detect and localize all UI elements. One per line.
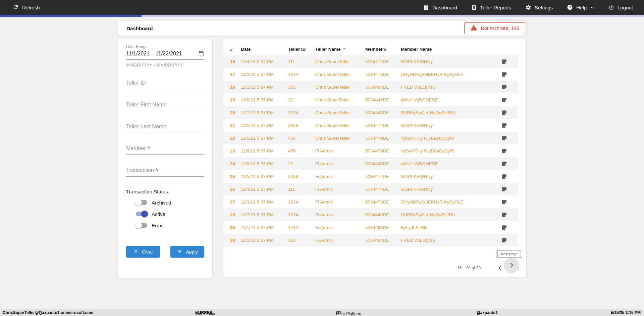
column-header-member-name[interactable]: Member Name bbox=[401, 47, 499, 52]
next-page-button[interactable]: Next page bbox=[496, 250, 522, 258]
close-icon bbox=[133, 249, 139, 255]
table-row[interactable]: 18 11/2/21 5:37 PM 333 Chris SuperTeller… bbox=[223, 81, 518, 93]
table-row[interactable]: 24 11/8/21 5:37 PM 22 Fi Admin 5034446DE… bbox=[223, 157, 518, 170]
column-header-num[interactable]: # bbox=[230, 47, 241, 52]
page-header-card: Dashboard Not Archived: 146 bbox=[118, 21, 526, 36]
refresh-icon bbox=[13, 4, 19, 11]
active-toggle-label: Active bbox=[152, 211, 165, 217]
top-nav-items: Dashboard Teller Reports Settings Help bbox=[423, 4, 633, 10]
filter-icon bbox=[177, 249, 182, 255]
active-toggle[interactable] bbox=[136, 212, 147, 216]
column-header-teller-name[interactable]: Teller Name bbox=[315, 47, 365, 52]
date-range-input[interactable] bbox=[126, 51, 198, 57]
note-icon[interactable] bbox=[501, 212, 507, 218]
sort-ascending-icon bbox=[342, 47, 346, 52]
table-row[interactable]: 22 11/6/21 5:37 PM 456 Chris SuperTeller… bbox=[223, 132, 518, 144]
nav-teller-reports-label: Teller Reports bbox=[480, 5, 512, 10]
teller-id-input[interactable] bbox=[126, 80, 204, 89]
note-icon[interactable] bbox=[501, 123, 507, 128]
error-toggle-label: Error bbox=[152, 223, 163, 228]
not-archived-label: Not Archived: 146 bbox=[481, 26, 519, 31]
note-icon[interactable] bbox=[501, 148, 507, 154]
warning-triangle-icon bbox=[470, 24, 477, 32]
column-header-member-num[interactable]: Member # bbox=[365, 47, 401, 52]
date-range-helper: MM/DD/YYYY – MM/DD/YYYY bbox=[126, 63, 204, 67]
note-icon[interactable] bbox=[501, 135, 507, 141]
clipboard-icon bbox=[471, 5, 477, 10]
apply-button-label: Apply bbox=[186, 249, 198, 255]
chevron-down-icon bbox=[590, 5, 594, 10]
status-bar: ChrisSuperTeller@Qaxpauto1.onmicrosoft.c… bbox=[0, 309, 644, 316]
table-header-row: # Date Teller ID Teller Name Member # Me… bbox=[223, 43, 518, 55]
teller-first-name-input[interactable] bbox=[126, 102, 204, 111]
clear-button[interactable]: Clear bbox=[126, 246, 160, 258]
gear-icon bbox=[525, 4, 531, 10]
error-toggle[interactable] bbox=[136, 223, 147, 228]
pagination-bar: 16 – 30 of 38 bbox=[223, 259, 526, 278]
pagination-range: 16 – 30 of 38 bbox=[457, 266, 481, 270]
note-icon[interactable] bbox=[501, 110, 507, 116]
nav-logout-label: Logout bbox=[618, 5, 633, 10]
table-row[interactable]: 19 11/8/21 5:37 PM 22 Chris SuperTeller … bbox=[223, 93, 518, 106]
archived-toggle[interactable] bbox=[136, 200, 147, 205]
teller-platform-info: Teller Platform: XP bbox=[335, 310, 341, 315]
active-toggle-row: Active bbox=[136, 211, 204, 217]
workstation-info: Workstation: KURRER bbox=[195, 310, 212, 315]
error-toggle-row: Error bbox=[136, 222, 204, 229]
table-row[interactable]: 25 11/5/21 5:37 PM 3456 Fi Admin 5034474… bbox=[223, 170, 518, 183]
clear-button-label: Clear bbox=[142, 249, 153, 255]
nav-help[interactable]: Help bbox=[567, 4, 594, 10]
next-page-chevron[interactable] bbox=[504, 258, 519, 273]
loading-progress-bar bbox=[0, 15, 644, 17]
transaction-number-input[interactable] bbox=[126, 167, 204, 177]
nav-logout[interactable]: Logout bbox=[608, 5, 633, 10]
note-icon[interactable] bbox=[501, 186, 507, 192]
column-header-date[interactable]: Date bbox=[241, 47, 288, 52]
note-icon[interactable] bbox=[501, 84, 507, 90]
current-datetime: 5/25/25 3:15 PM bbox=[611, 310, 641, 315]
member-number-input[interactable] bbox=[126, 145, 204, 155]
note-icon[interactable] bbox=[501, 59, 507, 64]
note-icon[interactable] bbox=[501, 97, 507, 103]
table-row[interactable]: 29 11/1/21 5:37 PM 1234 Fi Admin 5034463… bbox=[223, 221, 518, 234]
loading-progress-fill bbox=[0, 15, 142, 17]
refresh-button[interactable]: Refresh bbox=[13, 4, 40, 11]
note-icon[interactable] bbox=[501, 174, 507, 179]
nav-dashboard[interactable]: Dashboard bbox=[423, 5, 457, 10]
calendar-icon[interactable] bbox=[198, 50, 204, 57]
nav-teller-reports[interactable]: Teller Reports bbox=[471, 5, 512, 10]
nav-dashboard-label: Dashboard bbox=[432, 5, 457, 10]
column-header-teller-id[interactable]: Teller ID bbox=[288, 47, 315, 52]
table-row[interactable]: 28 11/7/21 5:37 PM 1234 Fi Admin 5034443… bbox=[223, 208, 518, 221]
top-navigation-bar: Refresh Dashboard Teller Reports Setting… bbox=[0, 0, 644, 15]
note-icon[interactable] bbox=[501, 199, 507, 205]
filter-panel: Date Range MM/DD/YYYY – MM/DD/YYYY Trans… bbox=[118, 39, 212, 278]
note-icon[interactable] bbox=[501, 225, 507, 230]
nav-settings-label: Settings bbox=[535, 5, 553, 10]
table-row[interactable]: 16 11/4/21 5:37 PM 111 Chris SuperTeller… bbox=[223, 55, 518, 68]
logged-in-user: ChrisSuperTeller@Qaxpauto1.onmicrosoft.c… bbox=[3, 310, 93, 315]
next-page-button-label: Next page bbox=[497, 250, 521, 258]
teller-last-name-input[interactable] bbox=[126, 124, 204, 133]
date-range-label: Date Range bbox=[126, 44, 204, 49]
transactions-table-card: # Date Teller ID Teller Name Member # Me… bbox=[223, 39, 526, 277]
table-row[interactable]: 20 11/7/21 5:37 PM 1234 Chris SuperTelle… bbox=[223, 106, 518, 119]
refresh-label: Refresh bbox=[22, 5, 40, 10]
apply-button[interactable]: Apply bbox=[170, 246, 204, 258]
table-row[interactable]: 17 11/3/21 5:37 PM 1234 Chris SuperTelle… bbox=[223, 68, 518, 81]
transaction-status-label: Transaction Status: bbox=[126, 189, 204, 194]
table-row[interactable]: 23 11/6/21 5:37 PM 456 Fi Admin 5034479D… bbox=[223, 144, 518, 157]
date-range-underline bbox=[126, 59, 204, 60]
note-icon[interactable] bbox=[501, 161, 507, 167]
archived-toggle-label: Archived bbox=[152, 200, 171, 206]
note-icon[interactable] bbox=[501, 72, 507, 77]
not-archived-badge[interactable]: Not Archived: 146 bbox=[464, 22, 525, 34]
power-icon bbox=[608, 5, 614, 10]
table-row[interactable]: 26 11/4/21 5:37 PM 111 Fi Admin 5034474D… bbox=[223, 183, 518, 195]
table-row[interactable]: 27 11/3/21 5:37 PM 1234 Fi Admin 5034473… bbox=[223, 195, 518, 208]
note-icon[interactable] bbox=[501, 237, 507, 243]
page-title: Dashboard bbox=[126, 26, 153, 31]
table-row[interactable]: 30 11/2/21 5:37 PM 333 Fi Admin 5034464D… bbox=[223, 234, 518, 246]
table-row[interactable]: 21 11/5/21 5:37 PM 3456 Chris SuperTelle… bbox=[223, 119, 518, 132]
nav-settings[interactable]: Settings bbox=[525, 4, 553, 10]
